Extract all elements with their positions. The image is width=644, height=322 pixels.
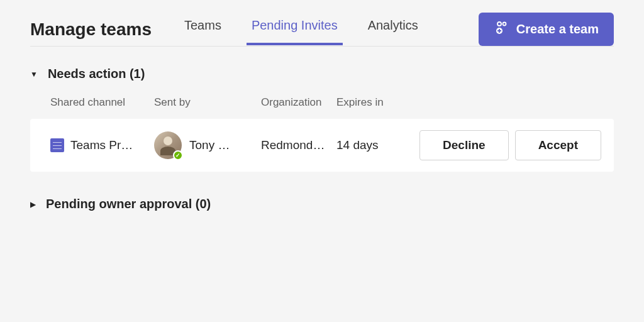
caret-down-icon: ▼ — [30, 70, 38, 79]
col-expires: Expires in — [336, 96, 406, 109]
page-title: Manage teams — [30, 19, 152, 40]
channel-name: Teams Pr… — [70, 138, 133, 152]
col-shared-channel: Shared channel — [50, 96, 154, 109]
needs-action-header[interactable]: ▼ Needs action (1) — [30, 67, 614, 81]
svg-point-1 — [502, 23, 506, 26]
create-team-button[interactable]: Create a team — [479, 13, 614, 46]
decline-button[interactable]: Decline — [419, 130, 509, 160]
needs-action-section: ▼ Needs action (1) Shared channel Sent b… — [30, 67, 614, 172]
col-sent-by: Sent by — [154, 96, 261, 109]
tabs: Teams Pending Invites Analytics — [182, 13, 458, 45]
svg-point-0 — [497, 22, 501, 26]
sentby-cell: Tony … — [154, 131, 261, 159]
expires-cell: 14 days — [336, 138, 406, 152]
channel-icon — [50, 138, 64, 152]
presence-available-icon — [173, 150, 183, 160]
channel-cell: Teams Pr… — [50, 138, 154, 152]
sender-name: Tony … — [189, 138, 230, 152]
pending-approval-header[interactable]: ▶ Pending owner approval (0) — [30, 197, 614, 211]
avatar — [154, 131, 182, 159]
caret-right-icon: ▶ — [30, 200, 36, 209]
needs-action-title: Needs action (1) — [48, 67, 145, 81]
tab-teams[interactable]: Teams — [182, 13, 224, 45]
header: Manage teams Teams Pending Invites Analy… — [0, 0, 644, 46]
org-cell: Redmond… — [261, 138, 336, 152]
invite-row: Teams Pr… Tony … Redmond… 14 days Declin… — [30, 119, 614, 172]
people-add-icon — [494, 20, 509, 38]
pending-approval-title: Pending owner approval (0) — [46, 197, 211, 211]
create-team-label: Create a team — [516, 22, 599, 36]
tab-analytics[interactable]: Analytics — [365, 13, 421, 45]
content: ▼ Needs action (1) Shared channel Sent b… — [0, 47, 644, 257]
columns-header: Shared channel Sent by Organization Expi… — [30, 96, 614, 109]
accept-button[interactable]: Accept — [515, 130, 601, 160]
col-organization: Organization — [261, 96, 336, 109]
tab-pending-invites[interactable]: Pending Invites — [249, 13, 340, 45]
pending-approval-section: ▶ Pending owner approval (0) — [30, 197, 614, 211]
invite-actions: Decline Accept — [419, 130, 601, 160]
